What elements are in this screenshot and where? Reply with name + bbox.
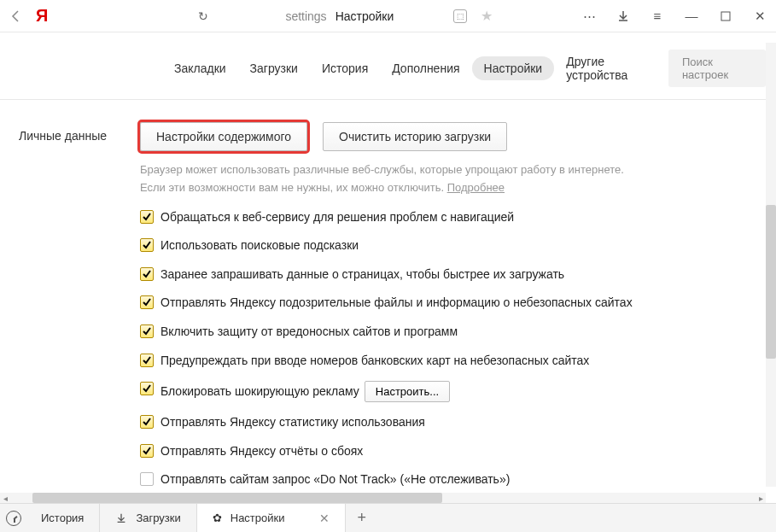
section-heading: Личные данные <box>19 122 140 527</box>
nav-downloads[interactable]: Загрузки <box>238 56 310 80</box>
maximize-button[interactable] <box>716 7 735 26</box>
content-settings-button[interactable]: Настройки содержимого <box>140 122 307 151</box>
checkbox[interactable] <box>140 382 154 395</box>
checkbox[interactable] <box>140 295 154 309</box>
configure-button[interactable]: Настроить... <box>365 381 450 402</box>
vertical-scrollbar-thumb[interactable] <box>766 205 776 359</box>
check-item: Заранее запрашивать данные о страницах, … <box>140 266 752 284</box>
close-tab-icon[interactable]: ✕ <box>319 512 330 525</box>
clear-history-button[interactable]: Очистить историю загрузки <box>323 122 507 151</box>
titlebar: Я ↻ settings Настройки ⬚ ★ ⋯ ≡ — ✕ <box>0 0 776 32</box>
downloads-icon[interactable] <box>614 7 633 26</box>
check-label: Предупреждать при вводе номеров банковск… <box>160 353 752 370</box>
check-item: Отправлять Яндексу статистику использова… <box>140 414 752 431</box>
check-label: Отправлять Яндексу подозрительные файлы … <box>160 295 752 312</box>
privacy-checklist: Обращаться к веб-сервису для решения про… <box>140 209 752 488</box>
nav-history[interactable]: История <box>310 56 380 80</box>
more-link[interactable]: Подробнее <box>447 181 505 194</box>
search-settings-input[interactable]: Поиск настроек <box>668 50 766 87</box>
bottom-tab-history[interactable]: История <box>26 504 100 532</box>
check-item: Отправлять Яндексу отчёты о сбоях <box>140 443 752 460</box>
clock-icon <box>6 511 21 526</box>
check-label: Отправлять сайтам запрос «Do Not Track» … <box>160 471 752 488</box>
main-content: Личные данные Настройки содержимого Очис… <box>0 100 776 527</box>
check-label: Блокировать шокирующую рекламуНастроить.… <box>160 381 752 402</box>
check-item: Предупреждать при вводе номеров банковск… <box>140 353 752 370</box>
reload-button[interactable]: ↻ <box>198 9 208 23</box>
check-item: Отправлять сайтам запрос «Do Not Track» … <box>140 471 752 488</box>
check-label: Отправлять Яндексу статистику использова… <box>160 414 752 431</box>
horizontal-scrollbar[interactable]: ◂ ▸ <box>0 493 766 503</box>
checkbox[interactable] <box>140 267 154 281</box>
hscroll-thumb[interactable] <box>32 493 442 503</box>
checkbox[interactable] <box>140 472 154 486</box>
nav-addons[interactable]: Дополнения <box>380 56 471 80</box>
download-icon <box>115 512 127 524</box>
check-label: Включить защиту от вредоносных сайтов и … <box>160 324 752 341</box>
yandex-logo: Я <box>36 6 48 26</box>
check-label: Использовать поисковые подсказки <box>160 237 752 254</box>
checkbox[interactable] <box>140 324 154 338</box>
nav-bookmarks[interactable]: Закладки <box>162 56 238 80</box>
minimize-button[interactable]: — <box>682 7 701 26</box>
new-tab-button[interactable]: + <box>346 509 379 527</box>
hint-text: Браузер может использовать различные веб… <box>140 161 752 197</box>
close-button[interactable]: ✕ <box>750 7 769 26</box>
vertical-scrollbar[interactable] <box>766 43 776 487</box>
hscroll-right-arrow[interactable]: ▸ <box>756 493 766 503</box>
settings-nav: Закладки Загрузки История Дополнения Нас… <box>0 32 776 100</box>
address-path: settings <box>285 9 326 23</box>
svg-rect-0 <box>721 12 730 20</box>
checkbox[interactable] <box>140 354 154 367</box>
check-item: Использовать поисковые подсказки <box>140 237 752 254</box>
hscroll-left-arrow[interactable]: ◂ <box>0 493 10 503</box>
check-label: Заранее запрашивать данные о страницах, … <box>160 266 752 284</box>
bottom-tab-downloads[interactable]: Загрузки <box>100 504 196 532</box>
check-item: Обращаться к веб-сервису для решения про… <box>140 209 752 226</box>
gear-icon: ✿ <box>213 512 222 524</box>
nav-other-devices[interactable]: Другие устройства <box>554 50 668 87</box>
check-label: Отправлять Яндексу отчёты о сбоях <box>160 443 752 460</box>
check-item: Блокировать шокирующую рекламуНастроить.… <box>140 381 752 402</box>
site-info-icon[interactable]: ⬚ <box>453 9 467 23</box>
checkbox[interactable] <box>140 415 154 429</box>
bottom-bar: История Загрузки ✿ Настройки ✕ + <box>0 503 776 532</box>
more-menu-icon[interactable]: ⋯ <box>580 7 598 26</box>
address-title: Настройки <box>335 9 394 23</box>
menu-icon[interactable]: ≡ <box>648 7 667 26</box>
checkbox[interactable] <box>140 444 154 458</box>
back-button[interactable] <box>7 7 26 26</box>
check-item: Включить защиту от вредоносных сайтов и … <box>140 324 752 341</box>
check-label: Обращаться к веб-сервису для решения про… <box>160 209 752 226</box>
bookmark-star-icon[interactable]: ★ <box>481 8 493 24</box>
nav-settings[interactable]: Настройки <box>472 56 555 80</box>
check-item: Отправлять Яндексу подозрительные файлы … <box>140 295 752 312</box>
bottom-tab-settings[interactable]: ✿ Настройки ✕ <box>197 504 346 532</box>
checkbox[interactable] <box>140 238 154 252</box>
checkbox[interactable] <box>140 210 154 224</box>
